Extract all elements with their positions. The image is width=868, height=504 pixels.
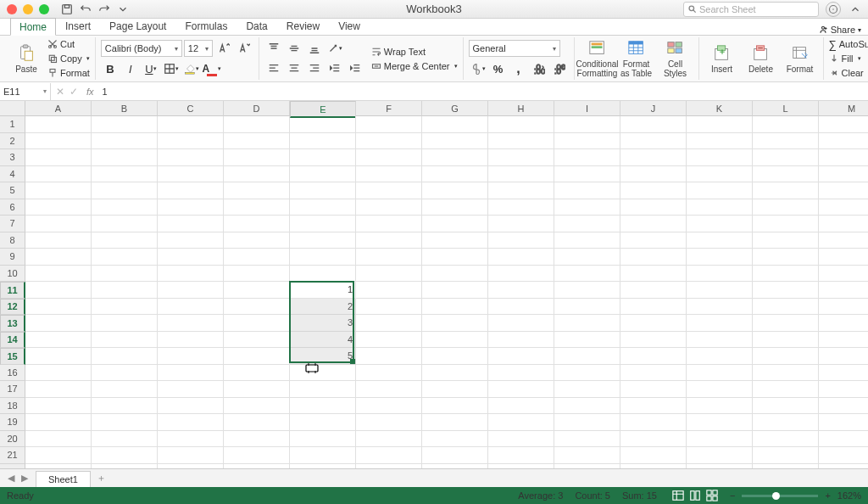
cell-G18[interactable]: [422, 398, 488, 415]
cell-H11[interactable]: [488, 282, 554, 299]
cell-E17[interactable]: [290, 381, 356, 398]
page-layout-view-icon[interactable]: [689, 490, 701, 501]
cell-A9[interactable]: [25, 249, 92, 266]
cell-B21[interactable]: [92, 447, 158, 464]
cell-G15[interactable]: [422, 348, 488, 365]
cell-F17[interactable]: [356, 381, 422, 398]
cell-K15[interactable]: [687, 348, 753, 365]
row-header-12[interactable]: 12: [0, 299, 25, 316]
delete-cells-button[interactable]: Delete: [743, 37, 779, 80]
cell-M13[interactable]: [819, 315, 868, 332]
cell-grid[interactable]: 12345: [25, 116, 868, 468]
cell-L5[interactable]: [753, 182, 819, 199]
cell-L6[interactable]: [753, 199, 819, 216]
cell-D12[interactable]: [224, 299, 290, 316]
cell-D14[interactable]: [224, 332, 290, 349]
row-header-10[interactable]: 10: [0, 266, 25, 283]
cell-G1[interactable]: [422, 116, 488, 133]
cell-L22[interactable]: [753, 464, 819, 469]
cell-C6[interactable]: [158, 199, 224, 216]
row-header-17[interactable]: 17: [0, 381, 25, 398]
cell-F18[interactable]: [356, 398, 422, 415]
cell-M11[interactable]: [819, 282, 868, 299]
cell-B12[interactable]: [92, 299, 158, 316]
underline-button[interactable]: U▾: [142, 60, 160, 77]
row-header-3[interactable]: 3: [0, 149, 25, 166]
align-top-icon[interactable]: [264, 40, 283, 57]
cell-A11[interactable]: [25, 282, 92, 299]
decrease-font-icon[interactable]: [235, 40, 253, 57]
cell-A18[interactable]: [25, 398, 92, 415]
cell-M15[interactable]: [819, 348, 868, 365]
cell-F21[interactable]: [356, 447, 422, 464]
cell-M10[interactable]: [819, 266, 868, 283]
tab-home[interactable]: Home: [10, 18, 56, 36]
cell-E19[interactable]: [290, 414, 356, 431]
bold-button[interactable]: B: [101, 60, 120, 77]
cell-K6[interactable]: [687, 199, 753, 216]
cell-H2[interactable]: [488, 133, 554, 150]
cancel-formula-icon[interactable]: ✕: [56, 86, 64, 98]
cell-F7[interactable]: [356, 216, 422, 232]
cell-A6[interactable]: [25, 199, 92, 216]
align-middle-icon[interactable]: [285, 40, 303, 57]
cell-L21[interactable]: [753, 447, 819, 464]
cell-D6[interactable]: [224, 199, 290, 216]
cell-I17[interactable]: [554, 381, 620, 398]
col-header-E[interactable]: E: [290, 101, 356, 118]
cell-H14[interactable]: [488, 332, 554, 349]
cell-J20[interactable]: [620, 431, 687, 448]
cell-J1[interactable]: [620, 116, 687, 133]
cell-K22[interactable]: [687, 464, 753, 469]
cell-C18[interactable]: [158, 398, 224, 415]
cell-I3[interactable]: [554, 149, 620, 166]
cell-D19[interactable]: [224, 414, 290, 431]
number-format-select[interactable]: General▾: [469, 40, 560, 57]
cell-J3[interactable]: [620, 149, 687, 166]
cell-H20[interactable]: [488, 431, 554, 448]
cell-M3[interactable]: [819, 149, 868, 166]
cell-B3[interactable]: [92, 149, 158, 166]
tab-review[interactable]: Review: [277, 17, 329, 35]
cell-L4[interactable]: [753, 166, 819, 183]
cell-G21[interactable]: [422, 447, 488, 464]
cell-L13[interactable]: [753, 315, 819, 332]
cell-C3[interactable]: [158, 149, 224, 166]
row-header-6[interactable]: 6: [0, 199, 25, 216]
cell-C8[interactable]: [158, 232, 224, 249]
cell-G3[interactable]: [422, 149, 488, 166]
cell-L17[interactable]: [753, 381, 819, 398]
cell-G16[interactable]: [422, 365, 488, 382]
select-all-corner[interactable]: [0, 101, 25, 116]
cell-D2[interactable]: [224, 133, 290, 150]
search-input[interactable]: Search Sheet: [683, 2, 819, 17]
cell-M5[interactable]: [819, 182, 868, 199]
cell-A1[interactable]: [25, 116, 92, 133]
cell-H15[interactable]: [488, 348, 554, 365]
cell-E22[interactable]: [290, 464, 356, 469]
tab-formulas[interactable]: Formulas: [175, 17, 236, 35]
cell-E4[interactable]: [290, 166, 356, 183]
autosum-button[interactable]: ∑AutoSum▾: [829, 37, 869, 51]
cell-M14[interactable]: [819, 332, 868, 349]
cell-B11[interactable]: [92, 282, 158, 299]
cell-D17[interactable]: [224, 381, 290, 398]
cell-H16[interactable]: [488, 365, 554, 382]
col-header-A[interactable]: A: [25, 101, 92, 116]
cell-I20[interactable]: [554, 431, 620, 448]
cell-H13[interactable]: [488, 315, 554, 332]
cell-M7[interactable]: [819, 216, 868, 232]
cell-D16[interactable]: [224, 365, 290, 382]
sheet-nav-next-icon[interactable]: ▶: [19, 473, 31, 484]
cell-L7[interactable]: [753, 216, 819, 232]
cell-B17[interactable]: [92, 381, 158, 398]
cell-A19[interactable]: [25, 414, 92, 431]
cell-E6[interactable]: [290, 199, 356, 216]
cell-B15[interactable]: [92, 348, 158, 365]
cell-J2[interactable]: [620, 133, 687, 150]
cell-F3[interactable]: [356, 149, 422, 166]
cell-E18[interactable]: [290, 398, 356, 415]
cell-F20[interactable]: [356, 431, 422, 448]
cell-I6[interactable]: [554, 199, 620, 216]
cell-M22[interactable]: [819, 464, 868, 469]
